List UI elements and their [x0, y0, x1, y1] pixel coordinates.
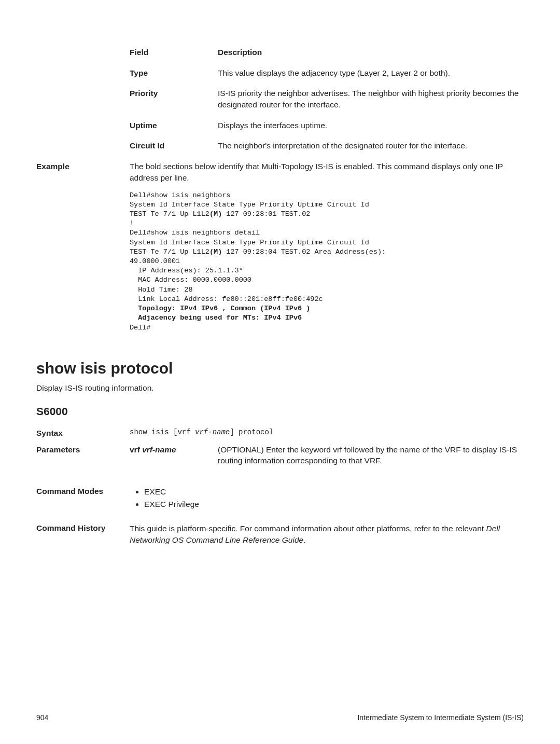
field-desc: The neighbor's interpretation of the des…	[218, 140, 524, 151]
param-prefix: vrf	[130, 445, 142, 454]
syntax-value: show isis [vrf vrf-name] protocol	[130, 428, 273, 439]
code-line: 127 09:28:01 TEST.02	[222, 210, 310, 218]
command-history-label: Command History	[36, 523, 130, 533]
param-row: vrf vrf-name (OPTIONAL) Enter the keywor…	[130, 444, 524, 466]
mode-item: EXEC	[144, 486, 199, 498]
code-bold: (M)	[209, 248, 222, 256]
code-line: Link Local Address: fe80::201:e8ff:fe00:…	[130, 295, 323, 303]
command-modes-label: Command Modes	[36, 486, 130, 497]
code-bold: Adjacency being used for MTs: IPv4 IPv6	[130, 314, 302, 322]
syntax-part: ] protocol	[230, 428, 273, 436]
code-bold: (M)	[209, 210, 222, 218]
field-desc: IS-IS priority the neighbor advertises. …	[218, 88, 524, 110]
fields-header-col2: Description	[218, 47, 524, 58]
code-line: Dell#	[130, 324, 151, 332]
field-row-circuit-id: Circuit Id The neighbor's interpretation…	[130, 140, 524, 151]
parameters-body: vrf vrf-name (OPTIONAL) Enter the keywor…	[130, 444, 524, 481]
parameters-label: Parameters	[36, 444, 130, 456]
code-line: TEST Te 7/1 Up L1L2	[130, 248, 209, 256]
history-text: .	[303, 535, 305, 544]
example-intro: The bold sections below identify that Mu…	[130, 161, 524, 183]
code-line: MAC Address: 0000.0000.0000	[130, 276, 251, 284]
code-line: 49.0000.0001	[130, 257, 180, 265]
fields-table: Field Description Type This value displa…	[130, 47, 524, 151]
fields-header-row: Field Description	[130, 47, 524, 58]
code-line: Dell#show isis neighbors detail	[130, 229, 260, 237]
command-title: show isis protocol	[36, 357, 524, 379]
code-line: IP Address(es): 25.1.1.3*	[130, 267, 243, 274]
param-var: vrf-name	[142, 445, 176, 454]
mode-item: EXEC Privilege	[144, 499, 199, 510]
field-name: Priority	[130, 88, 218, 110]
command-modes-row: Command Modes EXEC EXEC Privilege	[36, 486, 524, 511]
field-name: Type	[130, 67, 218, 79]
code-line: System Id Interface State Type Priority …	[130, 201, 369, 209]
field-row-priority: Priority IS-IS priority the neighbor adv…	[130, 88, 524, 110]
field-desc: This value displays the adjacency type (…	[218, 67, 524, 79]
example-code: Dell#show isis neighbors System Id Inter…	[130, 191, 524, 333]
command-modes-body: EXEC EXEC Privilege	[130, 486, 199, 511]
syntax-label: Syntax	[36, 428, 130, 439]
field-row-type: Type This value displays the adjacency t…	[130, 67, 524, 79]
history-text: This guide is platform-specific. For com…	[130, 524, 486, 533]
model-heading: S6000	[36, 404, 524, 419]
page-number: 904	[36, 713, 48, 723]
field-name: Uptime	[130, 120, 218, 131]
code-line: System Id Interface State Type Priority …	[130, 239, 369, 246]
code-bold: Topology: IPv4 IPv6 , Common (IPv4 IPv6 …	[130, 305, 310, 312]
page-footer: 904 Intermediate System to Intermediate …	[36, 713, 524, 723]
code-line: Hold Time: 28	[130, 286, 193, 294]
syntax-part: show isis [vrf	[130, 428, 195, 436]
example-label: Example	[36, 161, 130, 172]
fields-header-col1: Field	[130, 47, 218, 58]
field-row-uptime: Uptime Displays the interfaces uptime.	[130, 120, 524, 131]
field-name: Circuit Id	[130, 140, 218, 151]
syntax-row: Syntax show isis [vrf vrf-name] protocol	[36, 428, 524, 439]
code-line: TEST Te 7/1 Up L1L2	[130, 210, 209, 218]
syntax-var: vrf-name	[195, 428, 230, 436]
param-desc: (OPTIONAL) Enter the keyword vrf followe…	[218, 444, 524, 466]
example-body: The bold sections below identify that Mu…	[130, 161, 524, 333]
parameters-row: Parameters vrf vrf-name (OPTIONAL) Enter…	[36, 444, 524, 481]
field-desc: Displays the interfaces uptime.	[218, 120, 524, 131]
param-name: vrf vrf-name	[130, 444, 218, 466]
code-line: Dell#show isis neighbors	[130, 191, 230, 199]
code-line: 127 09:28:04 TEST.02 Area Address(es):	[222, 248, 386, 256]
code-line: !	[130, 219, 134, 227]
example-section: Example The bold sections below identify…	[36, 161, 524, 333]
modes-list: EXEC EXEC Privilege	[130, 486, 199, 509]
command-history-row: Command History This guide is platform-s…	[36, 523, 524, 545]
footer-title: Intermediate System to Intermediate Syst…	[357, 713, 524, 723]
command-history-body: This guide is platform-specific. For com…	[130, 523, 524, 545]
command-subtitle: Display IS-IS routing information.	[36, 382, 524, 394]
